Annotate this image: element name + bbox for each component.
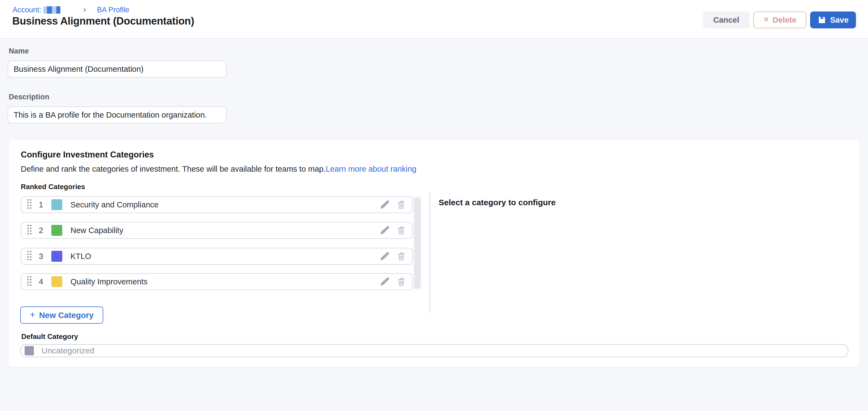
pencil-icon: [379, 276, 390, 287]
card-subtitle: Define and rank the categories of invest…: [21, 165, 416, 174]
close-icon: ✕: [763, 15, 769, 24]
scrollbar-thumb[interactable]: [414, 197, 420, 288]
category-list-scrollbar[interactable]: [413, 196, 422, 289]
trash-icon: [396, 225, 406, 236]
trash-icon: [396, 200, 406, 210]
plus-icon: +: [30, 309, 35, 320]
trash-icon: [396, 276, 406, 287]
new-category-button[interactable]: + New Category: [20, 306, 103, 324]
chevron-right-icon: ›: [83, 5, 86, 14]
page-header: Account: › BA Profile Business Alignment…: [0, 0, 868, 39]
category-color-swatch: [51, 225, 62, 236]
card-heading: Configure Investment Categories: [21, 150, 154, 160]
category-color-swatch: [51, 276, 62, 287]
delete-category-button[interactable]: [396, 200, 406, 210]
edit-category-button[interactable]: [379, 276, 390, 287]
category-rank: 3: [39, 252, 51, 261]
pencil-icon: [379, 200, 390, 210]
default-category-label: Default Category: [21, 333, 78, 341]
cancel-button[interactable]: Cancel: [703, 11, 749, 28]
delete-button-label: Delete: [773, 15, 797, 25]
drag-handle-icon[interactable]: [27, 276, 33, 287]
configure-categories-card: Configure Investment Categories Define a…: [8, 139, 860, 367]
category-label: Security and Compliance: [70, 200, 158, 209]
redacted-account-name: [43, 6, 60, 14]
header-actions: Cancel ✕ Delete Save: [703, 11, 856, 28]
breadcrumb-ba-profile-link[interactable]: BA Profile: [97, 5, 129, 14]
pencil-icon: [379, 251, 390, 262]
save-button[interactable]: Save: [810, 11, 856, 28]
name-input[interactable]: [8, 61, 227, 77]
default-category-color-swatch: [25, 346, 34, 355]
default-category-name: Uncategorized: [41, 346, 94, 355]
delete-category-button[interactable]: [396, 225, 406, 236]
drag-handle-icon[interactable]: [27, 251, 33, 262]
category-row-security-and-compliance[interactable]: 1 Security and Compliance: [21, 196, 413, 213]
drag-handle-icon[interactable]: [27, 225, 33, 236]
category-rank: 2: [39, 226, 51, 235]
edit-category-button[interactable]: [379, 225, 390, 236]
new-category-button-label: New Category: [39, 311, 94, 320]
category-row-new-capability[interactable]: 2 New Capability: [21, 222, 413, 239]
edit-category-button[interactable]: [379, 200, 390, 210]
breadcrumb-account-link[interactable]: Account:: [12, 5, 41, 14]
category-row-quality-improvements[interactable]: 4 Quality Improvements: [21, 273, 413, 290]
breadcrumb: Account: › BA Profile: [12, 5, 129, 14]
name-label: Name: [9, 47, 29, 56]
trash-icon: [396, 251, 406, 262]
category-label: New Capability: [70, 226, 123, 235]
panel-divider: [430, 193, 430, 313]
edit-category-button[interactable]: [379, 251, 390, 262]
card-subtitle-text: Define and rank the categories of invest…: [21, 165, 326, 173]
page-title: Business Alignment (Documentation): [12, 15, 194, 27]
category-rank: 4: [39, 277, 51, 286]
category-rank: 1: [39, 200, 51, 209]
delete-category-button[interactable]: [396, 276, 406, 287]
ranked-categories-label: Ranked Categories: [21, 182, 85, 191]
category-label: Quality Improvements: [70, 277, 148, 286]
category-detail-empty-state: Select a category to configure: [439, 198, 556, 207]
delete-button[interactable]: ✕ Delete: [753, 11, 806, 28]
description-label: Description: [9, 93, 50, 101]
learn-more-link[interactable]: Learn more about ranking: [326, 165, 416, 173]
default-category-row[interactable]: Uncategorized: [20, 344, 848, 357]
save-button-label: Save: [830, 15, 848, 25]
delete-category-button[interactable]: [396, 251, 406, 262]
category-color-swatch: [51, 199, 62, 210]
drag-handle-icon[interactable]: [27, 199, 33, 210]
category-color-swatch: [51, 251, 62, 262]
description-input[interactable]: [8, 106, 227, 123]
category-label: KTLO: [70, 252, 91, 261]
category-row-ktlo[interactable]: 3 KTLO: [21, 248, 413, 265]
save-icon: [817, 15, 827, 25]
pencil-icon: [379, 225, 390, 236]
